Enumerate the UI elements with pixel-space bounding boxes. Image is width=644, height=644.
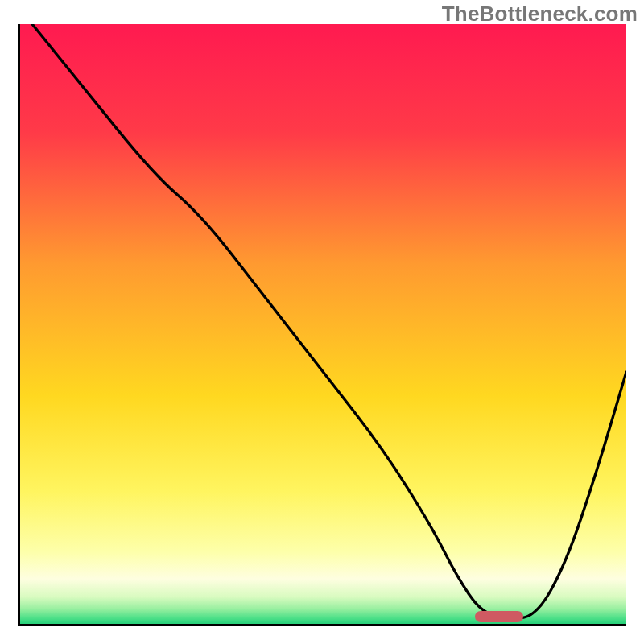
bottleneck-curve-line (32, 24, 626, 618)
plot-area (18, 24, 626, 626)
curve-layer (20, 24, 626, 624)
watermark-text: TheBottleneck.com (442, 2, 638, 27)
bottleneck-chart: TheBottleneck.com (0, 0, 644, 644)
optimal-zone-marker (475, 611, 523, 622)
